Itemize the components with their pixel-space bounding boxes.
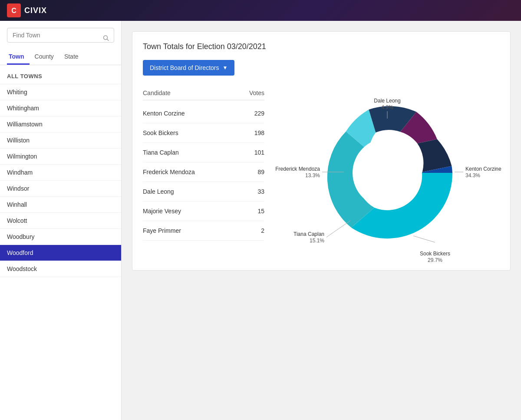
search-container xyxy=(0,28,121,50)
label-dale-name: Dale Leong xyxy=(374,98,400,104)
chart-slice-majorie-donut xyxy=(417,139,452,172)
town-list-item-whiting[interactable]: Whiting xyxy=(0,84,121,100)
town-list-item-whitingham[interactable]: Whitingham xyxy=(0,100,121,116)
district-dropdown-button[interactable]: District Board of Directors ▼ xyxy=(143,60,234,76)
town-list-item-woodstock[interactable]: Woodstock xyxy=(0,261,121,277)
tab-town[interactable]: Town xyxy=(7,50,30,65)
candidate-name: Tiana Caplan xyxy=(143,149,179,156)
town-list-item-williston[interactable]: Williston xyxy=(0,132,121,149)
col-votes-header: Votes xyxy=(249,89,264,96)
candidate-name: Majorie Vesey xyxy=(143,208,181,215)
table-row: Kenton Corzine 229 xyxy=(143,104,264,123)
town-list-item-all-towns[interactable]: ALL TOWNS xyxy=(0,69,121,84)
town-list-item-windsor[interactable]: Windsor xyxy=(0,181,121,197)
town-list-item-woodbury[interactable]: Woodbury xyxy=(0,229,121,245)
donut-hole xyxy=(353,138,422,208)
table-row: Frederick Mendoza 89 xyxy=(143,162,264,182)
election-title: Town Totals for Election 03/20/2021 xyxy=(143,42,500,51)
town-list-item-williamstown[interactable]: Williamstown xyxy=(0,116,121,132)
label-sook-pct: 29.7% xyxy=(428,257,442,263)
candidate-name: Kenton Corzine xyxy=(143,110,185,117)
town-list: ALL TOWNS Whiting Whitingham Williamstow… xyxy=(0,69,121,277)
town-list-item-winhall[interactable]: Winhall xyxy=(0,197,121,213)
table-row: Faye Primmer 2 xyxy=(143,221,264,241)
tab-state[interactable]: State xyxy=(63,50,84,65)
search-icon xyxy=(103,35,109,43)
candidate-votes: 89 xyxy=(257,169,264,175)
candidate-votes: 198 xyxy=(254,129,264,136)
label-tiana-name: Tiana Caplan xyxy=(293,231,324,237)
label-frederick-pct: 13.3% xyxy=(305,172,320,179)
label-kenton-pct: 34.3% xyxy=(465,172,480,179)
label-tiana-pct: 15.1% xyxy=(310,238,324,244)
donut-chart-container: Kenton Corzine 34.3% Sook Bickers 29.7% … xyxy=(275,86,500,260)
dropdown-label: District Board of Directors xyxy=(150,64,219,71)
main-content: Town Totals for Election 03/20/2021 Dist… xyxy=(122,21,521,420)
tab-group: Town County State xyxy=(0,50,121,65)
chevron-down-icon: ▼ xyxy=(222,65,228,71)
donut-chart: Kenton Corzine 34.3% Sook Bickers 29.7% … xyxy=(283,86,491,260)
content-card: Town Totals for Election 03/20/2021 Dist… xyxy=(132,31,511,271)
candidate-name: Sook Bickers xyxy=(143,129,178,136)
town-list-item-woodford[interactable]: Woodford xyxy=(0,245,121,261)
candidate-votes: 101 xyxy=(254,149,264,156)
candidate-votes: 33 xyxy=(257,188,264,195)
table-row: Sook Bickers 198 xyxy=(143,123,264,143)
candidate-votes: 15 xyxy=(257,208,264,215)
logo: C CIVIX xyxy=(7,3,47,17)
table-row: Dale Leong 33 xyxy=(143,182,264,202)
candidate-votes: 229 xyxy=(254,110,264,117)
label-dale-pct: 4.9% xyxy=(381,104,393,110)
app-name: CIVIX xyxy=(24,6,47,15)
label-kenton-name: Kenton Corzine xyxy=(465,166,501,172)
label-sook-name: Sook Bickers xyxy=(420,251,450,257)
table-header: Candidate Votes xyxy=(143,86,264,100)
tab-county[interactable]: County xyxy=(33,50,59,65)
candidates-section: Candidate Votes Kenton Corzine 229 Sook … xyxy=(143,86,500,260)
civix-logo-icon: C xyxy=(7,3,21,17)
candidate-name: Dale Leong xyxy=(143,188,174,195)
label-line-sook xyxy=(413,236,435,242)
table-row: Tiana Caplan 101 xyxy=(143,143,264,162)
svg-line-3 xyxy=(107,39,109,41)
town-list-item-windham[interactable]: Windham xyxy=(0,165,121,181)
label-frederick-name: Frederick Mendoza xyxy=(275,166,320,172)
candidate-name: Frederick Mendoza xyxy=(143,169,195,175)
svg-text:C: C xyxy=(11,7,16,14)
candidate-votes: 2 xyxy=(261,227,264,234)
candidate-name: Faye Primmer xyxy=(143,227,181,234)
label-line-tiana xyxy=(326,221,350,237)
sidebar: Town County State ALL TOWNS Whiting Whit… xyxy=(0,21,122,420)
table-row: Majorie Vesey 15 xyxy=(143,202,264,221)
top-navigation: C CIVIX xyxy=(0,0,521,21)
town-list-item-wolcott[interactable]: Wolcott xyxy=(0,213,121,229)
town-list-item-wilmington[interactable]: Wilmington xyxy=(0,149,121,165)
candidates-table: Candidate Votes Kenton Corzine 229 Sook … xyxy=(143,86,264,241)
search-input[interactable] xyxy=(7,28,114,43)
col-candidate-header: Candidate xyxy=(143,89,171,96)
